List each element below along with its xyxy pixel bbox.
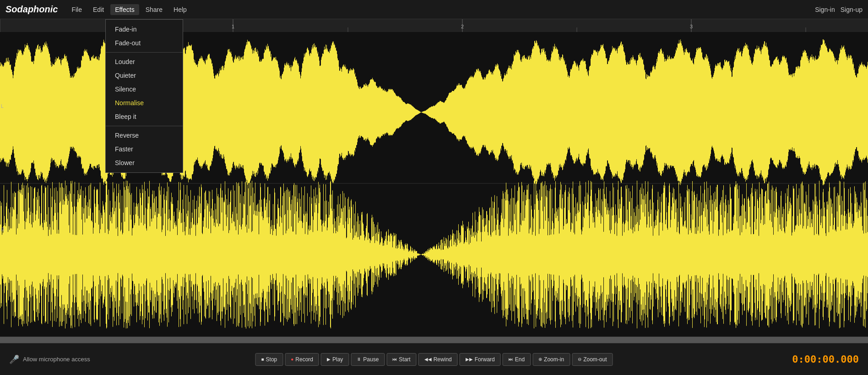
signin-link[interactable]: Sign-in (815, 6, 835, 13)
mic-label[interactable]: Allow microphone access (23, 356, 90, 363)
pause-button[interactable]: ⏸ Pause (351, 353, 385, 366)
menu-quieter[interactable]: Quieter (106, 69, 183, 82)
stop-button[interactable]: ■ Stop (255, 353, 283, 366)
rewind-button[interactable]: ◀◀ Rewind (418, 353, 458, 366)
play-label: Play (332, 356, 343, 363)
nav-help[interactable]: Help (169, 4, 191, 15)
nav-edit[interactable]: Edit (88, 4, 108, 15)
effects-dropdown: Fade-in Fade-out Louder Quieter Silence … (105, 19, 183, 173)
signup-link[interactable]: Sign-up (841, 6, 863, 13)
end-label: End (515, 356, 525, 363)
stop-label: Stop (266, 356, 277, 363)
nav-effects[interactable]: Effects (110, 4, 139, 15)
menu-reverse[interactable]: Reverse (106, 129, 183, 142)
channel-label-right: R (1, 227, 4, 232)
nav-right: Sign-in Sign-up (815, 6, 863, 13)
scrollbar-thumb[interactable] (0, 337, 868, 343)
menu-fade-out[interactable]: Fade-out (106, 36, 183, 50)
zoom-out-icon: ⊖ (578, 357, 581, 362)
pause-icon: ⏸ (357, 357, 361, 362)
record-icon: ● (291, 357, 293, 362)
svg-text:1: 1 (232, 24, 234, 29)
start-icon: ⏮ (392, 357, 397, 362)
nav-menu: File Edit Effects Share Help (67, 4, 815, 15)
start-button[interactable]: ⏮ Start (386, 353, 416, 366)
mic-icon: 🎤 (9, 354, 19, 364)
menu-normalise[interactable]: Normalise (106, 96, 183, 110)
end-icon: ⏭ (509, 357, 513, 362)
zoom-in-icon: ⊕ (538, 357, 542, 362)
navbar: Sodaphonic File Edit Effects Share Help … (0, 0, 868, 19)
menu-bleep-it[interactable]: Bleep it (106, 110, 183, 123)
forward-icon: ▶▶ (466, 357, 473, 362)
zoom-out-button[interactable]: ⊖ Zoom-out (572, 353, 613, 366)
menu-faster[interactable]: Faster (106, 142, 183, 156)
zoom-in-label: Zoom-in (544, 356, 564, 363)
forward-button[interactable]: ▶▶ Forward (460, 353, 501, 366)
nav-share[interactable]: Share (141, 4, 167, 15)
nav-file[interactable]: File (67, 4, 87, 15)
channel-label-left: L (1, 104, 4, 109)
play-icon: ▶ (327, 357, 331, 362)
forward-label: Forward (475, 356, 495, 363)
record-label: Record (295, 356, 313, 363)
end-button[interactable]: ⏭ End (503, 353, 531, 366)
pause-label: Pause (363, 356, 379, 363)
divider-2 (106, 126, 183, 126)
menu-louder[interactable]: Louder (106, 55, 183, 69)
zoom-in-button[interactable]: ⊕ Zoom-in (532, 353, 570, 366)
transport-controls: ■ Stop ● Record ▶ Play ⏸ Pause ⏮ Start ◀… (255, 353, 613, 366)
svg-text:2: 2 (461, 24, 464, 29)
stop-icon: ■ (261, 357, 264, 362)
bottom-toolbar: 🎤 Allow microphone access ■ Stop ● Recor… (0, 343, 868, 375)
waveform-scrollbar[interactable] (0, 337, 868, 343)
menu-silence[interactable]: Silence (106, 82, 183, 96)
rewind-label: Rewind (434, 356, 452, 363)
menu-fade-in[interactable]: Fade-in (106, 22, 183, 36)
time-display: 0:00:00.000 (792, 354, 859, 365)
divider-1 (106, 52, 183, 53)
app-brand: Sodaphonic (5, 4, 58, 15)
rewind-icon: ◀◀ (424, 357, 432, 362)
start-label: Start (399, 356, 410, 363)
svg-text:3: 3 (690, 24, 693, 29)
menu-slower[interactable]: Slower (106, 156, 183, 170)
zoom-out-label: Zoom-out (583, 356, 607, 363)
play-button[interactable]: ▶ Play (321, 353, 349, 366)
record-button[interactable]: ● Record (285, 353, 319, 366)
